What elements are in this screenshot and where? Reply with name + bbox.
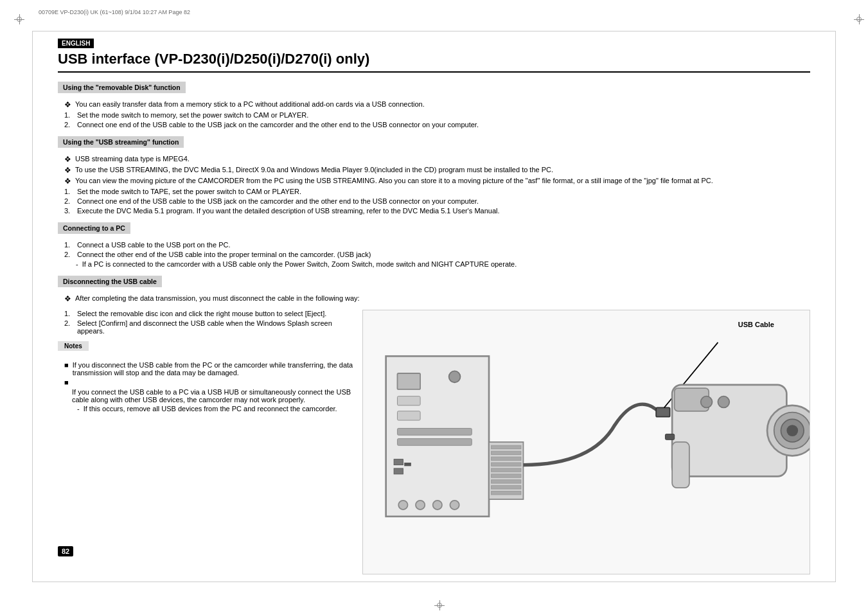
svg-rect-12: [394, 468, 403, 474]
cross-icon-3: ❖: [64, 166, 71, 175]
two-col-layout: 1. Select the removable disc icon and cl…: [58, 310, 810, 574]
cross-icon-5: ❖: [64, 294, 71, 303]
svg-rect-5: [397, 439, 472, 446]
cross-icon-2: ❖: [64, 155, 71, 164]
note-item-2: ■: [58, 378, 353, 386]
svg-rect-23: [492, 492, 521, 495]
usb-diagram-container: USB Cable: [362, 310, 810, 574]
streaming-bullet-1: ❖ USB streaming data type is MPEG4.: [58, 155, 810, 164]
file-header: 00709E VP-D230(i) UK (61~108) 9/1/04 10:…: [39, 9, 829, 15]
svg-point-6: [449, 371, 461, 382]
svg-rect-3: [397, 411, 420, 420]
streaming-bullet-3: ❖ You can view the moving picture of the…: [58, 177, 810, 186]
section-usb-streaming: Using the "USB streaming" function ❖ USB…: [58, 136, 810, 215]
removable-numbered-1: 1. Set the mode switch to memory, set th…: [58, 111, 810, 119]
svg-rect-16: [492, 451, 521, 454]
page-border-right: [835, 31, 836, 582]
removable-bullet-1: ❖ You can easily transfer data from a me…: [58, 100, 810, 109]
svg-rect-15: [492, 445, 521, 449]
page-border-bottom: [32, 582, 836, 582]
note-item-1: ■ If you disconnect the USB cable from t…: [58, 361, 353, 377]
svg-rect-20: [492, 474, 521, 477]
note-2-main: If you connect the USB cable to a PC via…: [58, 388, 353, 404]
cross-icon-4: ❖: [64, 177, 71, 186]
svg-point-34: [718, 396, 729, 408]
cross-icon-1: ❖: [64, 100, 71, 109]
svg-rect-4: [397, 429, 472, 436]
svg-rect-11: [394, 459, 403, 465]
english-badge: ENGLISH: [58, 39, 810, 51]
section-connecting: Connecting to a PC 1. Connect a USB cabl…: [58, 222, 810, 268]
section-heading-streaming: Using the "USB streaming" function: [58, 136, 184, 148]
page-border-left: [32, 31, 33, 582]
svg-rect-32: [672, 442, 689, 488]
square-bullet-2: ■: [64, 378, 69, 386]
disconnecting-numbered-1: 1. Select the removable disc icon and cl…: [58, 310, 353, 317]
svg-rect-17: [492, 457, 521, 460]
svg-point-33: [701, 396, 713, 408]
svg-point-7: [398, 501, 407, 510]
disconnecting-numbered-2: 2. Select [Confirm] and disconnect the U…: [58, 319, 353, 335]
svg-rect-2: [397, 396, 420, 405]
svg-rect-22: [492, 486, 521, 489]
svg-point-9: [433, 501, 442, 510]
streaming-bullet-text-3: You can view the moving picture of the C…: [75, 177, 713, 186]
streaming-bullet-2: ❖ To use the USB STREAMING, the DVC Medi…: [58, 166, 810, 175]
usb-cable-label: USB Cable: [738, 321, 774, 328]
page-title: USB interface (VP-D230(i)/D250(i)/D270(i…: [58, 51, 810, 73]
connecting-numbered-1: 1. Connect a USB cable to the USB port o…: [58, 241, 810, 249]
page-border-top: [32, 31, 836, 31]
page-number: 82: [58, 546, 73, 556]
svg-point-8: [416, 501, 425, 510]
svg-rect-13: [404, 463, 411, 466]
svg-point-10: [450, 501, 459, 510]
streaming-bullet-text-2: To use the USB STREAMING, the DVC Media …: [75, 166, 553, 175]
page-wrapper: 00709E VP-D230(i) UK (61~108) 9/1/04 10:…: [0, 0, 868, 613]
section-removable-disk: Using the "removable Disk" function ❖ Yo…: [58, 82, 810, 129]
section-disconnecting: Disconnecting the USB cable ❖ After comp…: [58, 276, 810, 574]
section-heading-disconnecting: Disconnecting the USB cable: [58, 276, 162, 287]
square-bullet-1: ■: [64, 361, 69, 377]
disconnecting-bullet-text-1: After completing the data transmission, …: [75, 294, 360, 303]
streaming-bullet-text-1: USB streaming data type is MPEG4.: [75, 155, 190, 164]
notes-label: Notes: [58, 341, 89, 351]
svg-rect-18: [492, 463, 521, 466]
disconnecting-bullet-1: ❖ After completing the data transmission…: [58, 294, 810, 303]
note-2-sub: - If this occurs, remove all USB devices…: [58, 405, 353, 413]
left-column: 1. Select the removable disc icon and cl…: [58, 310, 353, 574]
section-heading-connecting: Connecting to a PC: [58, 222, 130, 234]
connecting-sub-bullet: - If a PC is connected to the camcorder …: [58, 260, 810, 268]
svg-rect-24: [656, 407, 669, 416]
streaming-numbered-2: 2. Connect one end of the USB cable to t…: [58, 197, 810, 205]
removable-numbered-2: 2. Connect one end of the USB cable to t…: [58, 121, 810, 129]
svg-rect-35: [665, 434, 674, 440]
section-heading-removable: Using the "removable Disk" function: [58, 82, 186, 93]
svg-rect-1: [397, 373, 420, 389]
svg-point-30: [786, 425, 798, 436]
streaming-numbered-3: 3. Execute the DVC Media 5.1 program. If…: [58, 207, 810, 215]
usb-diagram-svg: [363, 310, 810, 574]
removable-bullet-text-1: You can easily transfer data from a memo…: [75, 100, 425, 109]
main-content: ENGLISH USB interface (VP-D230(i)/D250(i…: [58, 39, 810, 574]
svg-rect-19: [492, 468, 521, 472]
svg-rect-21: [492, 480, 521, 483]
connecting-numbered-2: 2. Connect the other end of the USB cabl…: [58, 251, 810, 258]
file-header-text: 00709E VP-D230(i) UK (61~108) 9/1/04 10:…: [39, 9, 190, 15]
streaming-numbered-1: 1. Set the mode switch to TAPE, set the …: [58, 188, 810, 195]
